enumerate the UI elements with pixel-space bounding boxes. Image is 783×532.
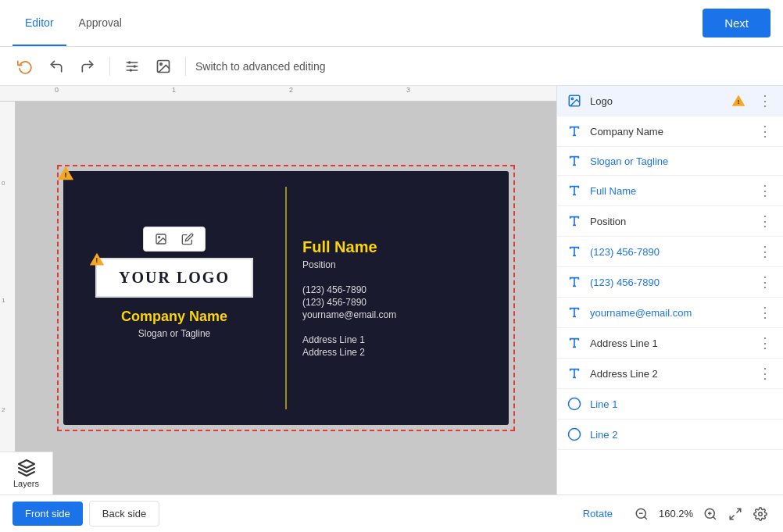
layer-position-more[interactable]: ⋮ <box>756 214 774 228</box>
layer-item-logo[interactable]: Logo ! ⋮ <box>557 86 783 116</box>
logo-pencil-edit-button[interactable] <box>177 231 198 247</box>
svg-line-42 <box>730 515 734 519</box>
layer-item-full-name[interactable]: Full Name ⋮ <box>557 176 783 206</box>
text-type-icon-9 <box>568 367 581 380</box>
layer-item-email[interactable]: yourname@email.com ⋮ <box>557 298 783 328</box>
text-type-icon-6 <box>568 276 581 288</box>
layer-full-name-label: Full Name <box>590 185 749 197</box>
business-card: ! YOUR LOGO Company Name Slogan or Tagli… <box>63 171 509 425</box>
settings-button[interactable] <box>750 504 770 524</box>
layers-stack-icon <box>17 459 36 477</box>
zoom-out-button[interactable] <box>631 504 652 524</box>
svg-point-43 <box>759 512 763 516</box>
zoom-controls: 160.2% <box>631 504 770 524</box>
text-type-icon-2 <box>568 155 581 167</box>
layer-phone1-more[interactable]: ⋮ <box>756 245 774 259</box>
card-full-name[interactable]: Full Name <box>302 238 493 256</box>
ruler-mark-3: 3 <box>406 86 410 94</box>
layer-logo-label: Logo <box>590 95 724 107</box>
history-icon <box>17 59 33 74</box>
layer-address2-more[interactable]: ⋮ <box>756 366 774 380</box>
ruler-mark-2: 2 <box>289 86 293 94</box>
svg-point-5 <box>130 69 132 71</box>
svg-point-14 <box>571 98 573 99</box>
front-side-button[interactable]: Front side <box>13 502 83 526</box>
layer-item-line2[interactable]: Line 2 <box>557 420 783 450</box>
card-divider <box>285 187 287 409</box>
warning-triangle-icon: ! <box>57 165 74 182</box>
svg-text:!: ! <box>64 171 66 179</box>
card-wrapper: ! <box>63 171 509 425</box>
layer-company-name-more[interactable]: ⋮ <box>756 124 774 138</box>
card-address1[interactable]: Address Line 1 <box>302 334 493 345</box>
layer-position-label: Position <box>590 216 749 227</box>
layer-full-name-more[interactable]: ⋮ <box>756 184 774 198</box>
back-side-button[interactable]: Back side <box>89 501 159 527</box>
advanced-editing-label[interactable]: Switch to advanced editing <box>195 60 326 73</box>
ruler-mark-v0: 0 <box>2 180 5 187</box>
undo-history-button[interactable] <box>13 54 38 79</box>
layer-email-label: yourname@email.com <box>590 307 749 319</box>
logo-box[interactable]: YOUR LOGO <box>95 258 253 298</box>
ruler-mark-0: 0 <box>55 86 59 94</box>
layer-logo-more[interactable]: ⋮ <box>756 94 774 108</box>
layer-item-line1[interactable]: Line 1 <box>557 389 783 420</box>
redo-icon <box>80 59 95 74</box>
tab-editor[interactable]: Editor <box>13 0 66 46</box>
zoom-in-button[interactable] <box>700 504 720 524</box>
layer-phone1-label: (123) 456-7890 <box>590 246 749 258</box>
layer-item-position[interactable]: Position ⋮ <box>557 206 783 237</box>
canvas-area: 0 1 2 3 0 1 2 ! <box>0 86 556 495</box>
header-tabs: Editor Approval <box>13 0 134 46</box>
svg-marker-12 <box>19 460 34 468</box>
image-icon <box>156 59 171 74</box>
redo-button[interactable] <box>75 54 100 79</box>
logo-area: ! YOUR LOGO <box>95 258 253 298</box>
layer-line2-label: Line 2 <box>590 429 774 441</box>
layer-slogan-label: Slogan or Tagline <box>590 155 774 167</box>
layer-item-slogan[interactable]: Slogan or Tagline <box>557 147 783 176</box>
zoom-out-icon <box>635 507 649 521</box>
layer-logo-warning: ! <box>731 94 745 108</box>
toolbar-separator-2 <box>185 57 186 76</box>
card-left: ! YOUR LOGO Company Name Slogan or Tagli… <box>63 171 285 425</box>
card-slogan[interactable]: Slogan or Tagline <box>138 328 211 339</box>
layer-address1-more[interactable]: ⋮ <box>756 336 774 350</box>
fit-screen-button[interactable] <box>725 504 745 524</box>
card-phone1[interactable]: (123) 456-7890 <box>302 284 493 295</box>
layer-text-icon-1 <box>567 125 582 137</box>
layer-phone2-more[interactable]: ⋮ <box>756 275 774 289</box>
ruler-mark-1: 1 <box>172 86 176 94</box>
shape-icon-2 <box>567 427 581 441</box>
layer-item-phone2[interactable]: (123) 456-7890 ⋮ <box>557 267 783 298</box>
layer-item-address2[interactable]: Address Line 2 ⋮ <box>557 359 783 389</box>
logo-image-edit-button[interactable] <box>150 231 172 247</box>
rotate-button[interactable]: Rotate <box>583 508 613 520</box>
layer-item-company-name[interactable]: Company Name ⋮ <box>557 116 783 147</box>
adjust-button[interactable] <box>120 54 145 79</box>
next-button[interactable]: Next <box>703 9 770 37</box>
undo-button[interactable] <box>44 54 69 79</box>
svg-line-35 <box>644 516 646 519</box>
tab-approval[interactable]: Approval <box>66 0 134 46</box>
card-position[interactable]: Position <box>302 259 493 270</box>
right-panel: Logo ! ⋮ Company Name ⋮ <box>556 86 783 495</box>
text-type-icon-8 <box>568 337 581 349</box>
logo-edit-toolbar <box>143 227 206 252</box>
card-company-name[interactable]: Company Name <box>121 309 227 325</box>
layer-item-phone1[interactable]: (123) 456-7890 ⋮ <box>557 237 783 267</box>
layer-text-icon-3 <box>567 184 582 197</box>
undo-icon <box>48 59 64 74</box>
layer-text-icon-8 <box>567 337 582 349</box>
layer-shape-icon-2 <box>567 427 582 441</box>
layer-email-more[interactable]: ⋮ <box>756 305 774 320</box>
text-type-icon-5 <box>568 245 581 258</box>
card-email[interactable]: yourname@email.com <box>302 309 493 320</box>
card-phone2[interactable]: (123) 456-7890 <box>302 297 493 308</box>
layers-button[interactable]: Layers <box>0 452 53 495</box>
layer-item-address1[interactable]: Address Line 1 ⋮ <box>557 328 783 359</box>
pencil-icon <box>181 233 194 245</box>
svg-point-7 <box>160 62 163 65</box>
card-address2[interactable]: Address Line 2 <box>302 347 493 358</box>
image-button[interactable] <box>151 54 176 79</box>
